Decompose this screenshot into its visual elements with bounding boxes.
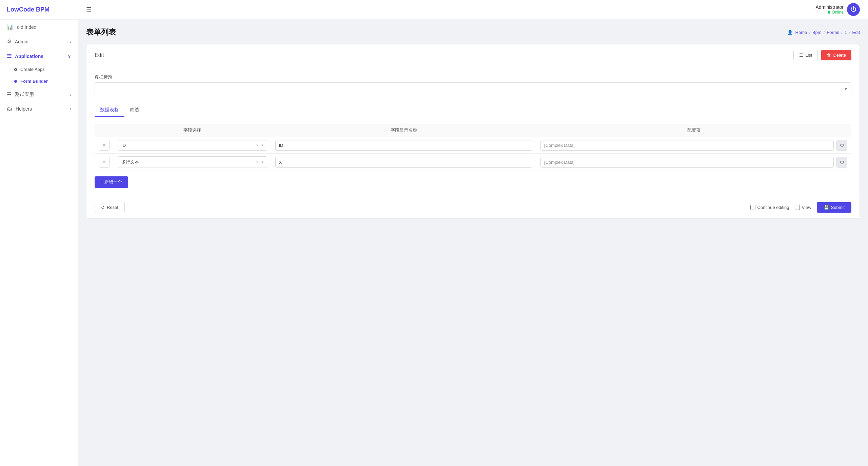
sidebar-item-label: Create Apps	[20, 67, 45, 72]
app-logo: LowCode BPM	[0, 0, 78, 20]
sidebar-item-applications[interactable]: ☰ Applications ∨	[0, 49, 78, 63]
sidebar-item-label: 测试应用	[15, 92, 34, 98]
drag-handle[interactable]: ≡	[99, 140, 110, 151]
field-display-cell	[271, 137, 537, 154]
topbar: ☰ Administrator Online ⏻	[78, 0, 868, 19]
drag-handle[interactable]: ≡	[99, 157, 110, 168]
field-select-cell: ID × ▾	[114, 137, 271, 154]
form-card-header: Edit ☰ List 🗑 Delete	[86, 44, 860, 66]
continue-editing-checkbox[interactable]	[750, 205, 755, 210]
sidebar-item-label: Helpers	[16, 106, 32, 112]
header-actions: ☰ List 🗑 Delete	[793, 50, 851, 60]
breadcrumb-home[interactable]: Home	[795, 30, 807, 35]
breadcrumb-forms[interactable]: Forms	[827, 30, 839, 35]
add-btn-label: + 新增一个	[101, 179, 122, 185]
config-settings-button[interactable]: ⚙	[836, 140, 847, 151]
form-body: 数据标题 ▾ 数据表格 筛选	[86, 66, 860, 196]
add-row-button[interactable]: + 新增一个	[95, 176, 128, 188]
chevron-down-icon: ▾	[845, 86, 847, 92]
status-label: Online	[816, 10, 844, 15]
breadcrumb-sep: /	[824, 30, 825, 35]
dropdown-arrow-icon: ▾	[261, 160, 263, 164]
gear-icon: ⚙	[7, 38, 12, 45]
field-select-dropdown[interactable]: 多行文本 × ▾	[118, 156, 267, 168]
field-select-dropdown[interactable]: ID × ▾	[118, 140, 267, 151]
sidebar-subitem-create-apps[interactable]: Create Apps	[0, 63, 78, 75]
col-field-select: 字段选择	[114, 124, 271, 137]
hamburger-icon[interactable]: ☰	[86, 6, 92, 13]
table-row: ≡ ID × ▾	[95, 137, 851, 154]
field-select-cell: 多行文本 × ▾	[114, 154, 271, 171]
col-config: 配置项	[536, 124, 851, 137]
continue-editing-checkbox-label[interactable]: Continue editing	[750, 205, 789, 210]
list-icon: ☰	[7, 91, 12, 98]
chevron-icon: ‹	[70, 106, 71, 111]
submit-label: Submit	[831, 205, 845, 210]
form-card: Edit ☰ List 🗑 Delete	[86, 44, 860, 219]
config-cell: ⚙	[536, 137, 851, 154]
field-display-input[interactable]	[275, 157, 533, 168]
dropdown-arrow-icon: ▾	[261, 143, 263, 148]
config-input[interactable]	[540, 140, 834, 151]
view-label: View	[802, 205, 811, 210]
tab-bar: 数据表格 筛选	[95, 103, 851, 117]
form-card-title: Edit	[95, 52, 104, 58]
config-wrapper: ⚙	[540, 140, 847, 151]
tab-label: 数据表格	[100, 107, 119, 112]
col-drag	[95, 124, 114, 137]
reset-button[interactable]: ↺ Reset	[95, 202, 125, 213]
sidebar-item-admin[interactable]: ⚙ Admin ‹	[0, 34, 78, 49]
breadcrumb-sep: /	[841, 30, 843, 35]
data-title-label: 数据标题	[95, 74, 851, 80]
table-row: ≡ 多行文本 × ▾	[95, 154, 851, 171]
sidebar-item-helpers[interactable]: 🗂 Helpers ‹	[0, 102, 78, 116]
page-title: 表单列表	[86, 27, 116, 37]
apps-icon: ☰	[7, 53, 12, 59]
submit-button[interactable]: 💾 Submit	[817, 202, 851, 213]
sidebar-item-index[interactable]: 📊 old Index	[0, 20, 78, 34]
submit-icon: 💾	[824, 205, 829, 210]
breadcrumb-edit[interactable]: Edit	[852, 30, 860, 35]
view-checkbox-label[interactable]: View	[795, 205, 811, 210]
data-title-select[interactable]: ▾	[95, 82, 851, 95]
folder-icon: 🗂	[7, 106, 12, 112]
content-area: 表单列表 👤 Home / Bpm / Forms / 1 / Edit	[78, 19, 868, 466]
drag-cell: ≡	[95, 137, 114, 154]
delete-button[interactable]: 🗑 Delete	[821, 50, 851, 60]
tab-label: 筛选	[130, 107, 139, 112]
username-label: Administrator	[816, 4, 844, 10]
reset-icon: ↺	[101, 205, 105, 210]
breadcrumb-1[interactable]: 1	[845, 30, 847, 35]
sidebar-subitem-form-builder[interactable]: Form Builder	[0, 75, 78, 87]
page-header: 表单列表 👤 Home / Bpm / Forms / 1 / Edit	[86, 27, 860, 37]
view-checkbox[interactable]	[795, 205, 800, 210]
field-display-input[interactable]	[275, 140, 533, 151]
config-cell: ⚙	[536, 154, 851, 171]
breadcrumb-bpm[interactable]: Bpm	[812, 30, 822, 35]
config-input[interactable]	[540, 157, 834, 168]
breadcrumb-sep: /	[849, 30, 850, 35]
clear-icon[interactable]: ×	[256, 143, 258, 148]
data-table: 字段选择 字段显示名称 配置项 ≡	[95, 124, 851, 171]
topbar-left: ☰	[86, 6, 92, 13]
field-select-value: ID	[121, 143, 253, 148]
trash-icon: 🗑	[827, 53, 831, 58]
sidebar-item-label: Form Builder	[20, 79, 48, 84]
avatar[interactable]: ⏻	[847, 3, 860, 16]
list-icon: ☰	[799, 53, 803, 58]
tab-data-table[interactable]: 数据表格	[95, 103, 124, 117]
chevron-icon: ‹	[70, 39, 71, 44]
list-button[interactable]: ☰ List	[793, 50, 818, 60]
sidebar-item-test-app[interactable]: ☰ 测试应用 ‹	[0, 87, 78, 102]
drag-cell: ≡	[95, 154, 114, 171]
breadcrumb: 👤 Home / Bpm / Forms / 1 / Edit	[787, 30, 860, 35]
chevron-icon: ‹	[70, 92, 71, 97]
list-btn-label: List	[805, 53, 812, 58]
config-wrapper: ⚙	[540, 157, 847, 168]
form-footer: ↺ Reset Continue editing View	[86, 196, 860, 218]
delete-btn-label: Delete	[833, 53, 846, 58]
tab-filter[interactable]: 筛选	[124, 103, 145, 117]
config-settings-button[interactable]: ⚙	[836, 157, 847, 168]
chevron-down-icon: ∨	[68, 54, 71, 59]
clear-icon[interactable]: ×	[256, 160, 258, 164]
